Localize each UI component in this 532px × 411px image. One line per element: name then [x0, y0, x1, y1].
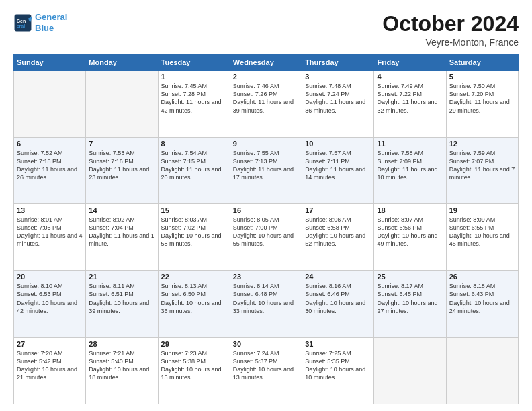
day-number: 5 [449, 73, 515, 81]
day-number: 10 [305, 140, 371, 148]
day-number: 20 [17, 273, 83, 281]
weekday-header-tuesday: Tuesday [158, 55, 230, 71]
day-number: 22 [161, 273, 227, 281]
month-title: October 2024 [382, 12, 519, 36]
calendar-cell: 25Sunrise: 8:17 AM Sunset: 6:45 PM Dayli… [374, 271, 446, 337]
day-info: Sunrise: 7:24 AM Sunset: 5:37 PM Dayligh… [233, 349, 299, 382]
day-info: Sunrise: 8:11 AM Sunset: 6:51 PM Dayligh… [89, 282, 154, 315]
day-info: Sunrise: 7:45 AM Sunset: 7:28 PM Dayligh… [161, 82, 227, 115]
day-info: Sunrise: 7:21 AM Sunset: 5:40 PM Dayligh… [89, 349, 154, 382]
logo-text: General Blue [35, 12, 67, 33]
day-info: Sunrise: 8:06 AM Sunset: 6:58 PM Dayligh… [305, 216, 371, 248]
calendar-cell: 4Sunrise: 7:49 AM Sunset: 7:22 PM Daylig… [374, 71, 446, 137]
day-number: 6 [17, 140, 83, 148]
day-info: Sunrise: 7:48 AM Sunset: 7:24 PM Dayligh… [305, 82, 371, 115]
calendar-cell: 22Sunrise: 8:13 AM Sunset: 6:50 PM Dayli… [158, 271, 230, 337]
day-number: 30 [233, 340, 299, 348]
day-number: 17 [305, 206, 371, 214]
day-number: 8 [161, 140, 227, 148]
calendar-cell: 29Sunrise: 7:23 AM Sunset: 5:38 PM Dayli… [158, 337, 230, 404]
calendar-cell: 8Sunrise: 7:54 AM Sunset: 7:15 PM Daylig… [158, 137, 230, 203]
day-number: 1 [161, 73, 227, 81]
day-number: 31 [305, 340, 371, 348]
svg-text:eral: eral [17, 24, 26, 28]
calendar-cell: 3Sunrise: 7:48 AM Sunset: 7:24 PM Daylig… [302, 71, 374, 137]
day-info: Sunrise: 8:14 AM Sunset: 6:48 PM Dayligh… [233, 282, 299, 315]
day-info: Sunrise: 8:03 AM Sunset: 7:02 PM Dayligh… [161, 216, 227, 248]
day-number: 7 [89, 140, 154, 148]
day-info: Sunrise: 8:09 AM Sunset: 6:55 PM Dayligh… [449, 216, 515, 248]
day-info: Sunrise: 8:07 AM Sunset: 6:56 PM Dayligh… [377, 216, 443, 248]
calendar-cell: 7Sunrise: 7:53 AM Sunset: 7:16 PM Daylig… [86, 137, 158, 203]
location: Veyre-Monton, France [382, 37, 519, 48]
calendar-cell: 31Sunrise: 7:25 AM Sunset: 5:35 PM Dayli… [302, 337, 374, 404]
day-number: 21 [89, 273, 154, 281]
day-number: 25 [377, 273, 443, 281]
calendar-cell: 28Sunrise: 7:21 AM Sunset: 5:40 PM Dayli… [86, 337, 158, 404]
day-info: Sunrise: 7:25 AM Sunset: 5:35 PM Dayligh… [305, 349, 371, 382]
day-info: Sunrise: 7:54 AM Sunset: 7:15 PM Dayligh… [161, 149, 227, 182]
calendar-cell [374, 337, 446, 404]
day-number: 13 [17, 206, 83, 214]
logo: Gen eral General Blue [13, 12, 67, 33]
svg-text:Gen: Gen [17, 19, 26, 24]
day-number: 19 [449, 206, 515, 214]
day-info: Sunrise: 8:05 AM Sunset: 7:00 PM Dayligh… [233, 216, 299, 248]
day-info: Sunrise: 7:46 AM Sunset: 7:26 PM Dayligh… [233, 82, 299, 115]
title-block: October 2024 Veyre-Monton, France [382, 12, 519, 48]
calendar-cell: 9Sunrise: 7:55 AM Sunset: 7:13 PM Daylig… [230, 137, 302, 203]
calendar-cell: 27Sunrise: 7:20 AM Sunset: 5:42 PM Dayli… [14, 337, 86, 404]
calendar-cell: 13Sunrise: 8:01 AM Sunset: 7:05 PM Dayli… [14, 203, 86, 270]
calendar-cell: 26Sunrise: 8:18 AM Sunset: 6:43 PM Dayli… [446, 271, 518, 337]
logo-icon: Gen eral [13, 13, 32, 32]
day-info: Sunrise: 7:20 AM Sunset: 5:42 PM Dayligh… [17, 349, 83, 382]
day-number: 16 [233, 206, 299, 214]
calendar-cell: 5Sunrise: 7:50 AM Sunset: 7:20 PM Daylig… [446, 71, 518, 137]
day-info: Sunrise: 7:53 AM Sunset: 7:16 PM Dayligh… [89, 149, 154, 182]
calendar-cell: 24Sunrise: 8:16 AM Sunset: 6:46 PM Dayli… [302, 271, 374, 337]
day-number: 26 [449, 273, 515, 281]
day-info: Sunrise: 7:57 AM Sunset: 7:11 PM Dayligh… [305, 149, 371, 182]
calendar-cell: 15Sunrise: 8:03 AM Sunset: 7:02 PM Dayli… [158, 203, 230, 270]
calendar-cell: 14Sunrise: 8:02 AM Sunset: 7:04 PM Dayli… [86, 203, 158, 270]
weekday-header-monday: Monday [86, 55, 158, 71]
day-info: Sunrise: 8:10 AM Sunset: 6:53 PM Dayligh… [17, 282, 83, 315]
day-info: Sunrise: 7:50 AM Sunset: 7:20 PM Dayligh… [449, 82, 515, 115]
calendar-cell: 19Sunrise: 8:09 AM Sunset: 6:55 PM Dayli… [446, 203, 518, 270]
day-number: 15 [161, 206, 227, 214]
day-info: Sunrise: 8:13 AM Sunset: 6:50 PM Dayligh… [161, 282, 227, 315]
calendar-cell: 16Sunrise: 8:05 AM Sunset: 7:00 PM Dayli… [230, 203, 302, 270]
day-info: Sunrise: 8:01 AM Sunset: 7:05 PM Dayligh… [17, 216, 83, 248]
day-number: 2 [233, 73, 299, 81]
calendar-cell: 18Sunrise: 8:07 AM Sunset: 6:56 PM Dayli… [374, 203, 446, 270]
page: Gen eral General Blue October 2024 Veyre… [0, 0, 532, 411]
calendar: SundayMondayTuesdayWednesdayThursdayFrid… [13, 54, 519, 404]
calendar-cell: 20Sunrise: 8:10 AM Sunset: 6:53 PM Dayli… [14, 271, 86, 337]
calendar-cell: 11Sunrise: 7:58 AM Sunset: 7:09 PM Dayli… [374, 137, 446, 203]
day-number: 23 [233, 273, 299, 281]
calendar-cell [446, 337, 518, 404]
day-number: 9 [233, 140, 299, 148]
day-info: Sunrise: 8:18 AM Sunset: 6:43 PM Dayligh… [449, 282, 515, 315]
calendar-cell: 12Sunrise: 7:59 AM Sunset: 7:07 PM Dayli… [446, 137, 518, 203]
day-number: 11 [377, 140, 443, 148]
calendar-cell: 21Sunrise: 8:11 AM Sunset: 6:51 PM Dayli… [86, 271, 158, 337]
calendar-cell [14, 71, 86, 137]
weekday-header-thursday: Thursday [302, 55, 374, 71]
day-info: Sunrise: 7:58 AM Sunset: 7:09 PM Dayligh… [377, 149, 443, 182]
calendar-cell: 30Sunrise: 7:24 AM Sunset: 5:37 PM Dayli… [230, 337, 302, 404]
weekday-header-saturday: Saturday [446, 55, 518, 71]
day-number: 27 [17, 340, 83, 348]
day-number: 4 [377, 73, 443, 81]
day-number: 29 [161, 340, 227, 348]
weekday-header-wednesday: Wednesday [230, 55, 302, 71]
calendar-cell [86, 71, 158, 137]
calendar-cell: 23Sunrise: 8:14 AM Sunset: 6:48 PM Dayli… [230, 271, 302, 337]
day-number: 28 [89, 340, 154, 348]
day-info: Sunrise: 7:23 AM Sunset: 5:38 PM Dayligh… [161, 349, 227, 382]
calendar-cell: 6Sunrise: 7:52 AM Sunset: 7:18 PM Daylig… [14, 137, 86, 203]
header: Gen eral General Blue October 2024 Veyre… [13, 12, 519, 48]
day-number: 18 [377, 206, 443, 214]
calendar-cell: 10Sunrise: 7:57 AM Sunset: 7:11 PM Dayli… [302, 137, 374, 203]
day-info: Sunrise: 7:52 AM Sunset: 7:18 PM Dayligh… [17, 149, 83, 182]
